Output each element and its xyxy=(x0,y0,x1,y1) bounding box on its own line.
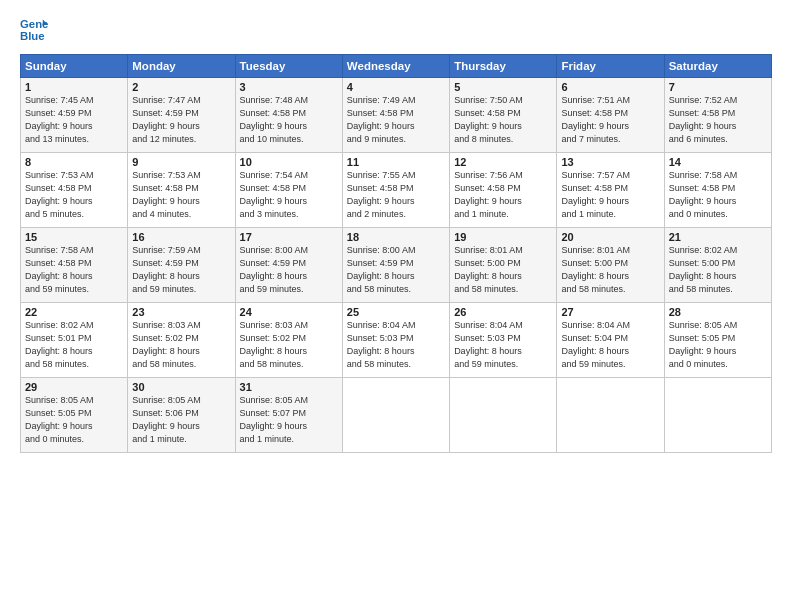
calendar-week-row: 8Sunrise: 7:53 AMSunset: 4:58 PMDaylight… xyxy=(21,153,772,228)
calendar-day-cell: 18Sunrise: 8:00 AMSunset: 4:59 PMDayligh… xyxy=(342,228,449,303)
day-info: Sunrise: 8:04 AMSunset: 5:03 PMDaylight:… xyxy=(347,319,445,371)
calendar-day-cell: 25Sunrise: 8:04 AMSunset: 5:03 PMDayligh… xyxy=(342,303,449,378)
header: General Blue xyxy=(20,16,772,44)
calendar-day-cell: 31Sunrise: 8:05 AMSunset: 5:07 PMDayligh… xyxy=(235,378,342,453)
calendar-day-cell: 20Sunrise: 8:01 AMSunset: 5:00 PMDayligh… xyxy=(557,228,664,303)
calendar-day-cell: 14Sunrise: 7:58 AMSunset: 4:58 PMDayligh… xyxy=(664,153,771,228)
day-info: Sunrise: 7:58 AMSunset: 4:58 PMDaylight:… xyxy=(25,244,123,296)
day-info: Sunrise: 8:02 AMSunset: 5:01 PMDaylight:… xyxy=(25,319,123,371)
calendar-day-cell: 8Sunrise: 7:53 AMSunset: 4:58 PMDaylight… xyxy=(21,153,128,228)
calendar-day-cell: 12Sunrise: 7:56 AMSunset: 4:58 PMDayligh… xyxy=(450,153,557,228)
logo: General Blue xyxy=(20,16,48,44)
day-number: 9 xyxy=(132,156,230,168)
day-number: 22 xyxy=(25,306,123,318)
day-number: 14 xyxy=(669,156,767,168)
day-number: 11 xyxy=(347,156,445,168)
day-number: 3 xyxy=(240,81,338,93)
day-info: Sunrise: 7:52 AMSunset: 4:58 PMDaylight:… xyxy=(669,94,767,146)
day-number: 2 xyxy=(132,81,230,93)
calendar-day-cell: 9Sunrise: 7:53 AMSunset: 4:58 PMDaylight… xyxy=(128,153,235,228)
day-info: Sunrise: 8:05 AMSunset: 5:05 PMDaylight:… xyxy=(669,319,767,371)
weekday-header: Thursday xyxy=(450,55,557,78)
calendar-day-cell: 21Sunrise: 8:02 AMSunset: 5:00 PMDayligh… xyxy=(664,228,771,303)
day-info: Sunrise: 8:05 AMSunset: 5:05 PMDaylight:… xyxy=(25,394,123,446)
day-number: 28 xyxy=(669,306,767,318)
logo-icon: General Blue xyxy=(20,16,48,44)
day-info: Sunrise: 7:45 AMSunset: 4:59 PMDaylight:… xyxy=(25,94,123,146)
day-info: Sunrise: 8:03 AMSunset: 5:02 PMDaylight:… xyxy=(240,319,338,371)
calendar-day-cell: 1Sunrise: 7:45 AMSunset: 4:59 PMDaylight… xyxy=(21,78,128,153)
day-info: Sunrise: 7:48 AMSunset: 4:58 PMDaylight:… xyxy=(240,94,338,146)
day-info: Sunrise: 7:59 AMSunset: 4:59 PMDaylight:… xyxy=(132,244,230,296)
day-number: 23 xyxy=(132,306,230,318)
day-info: Sunrise: 7:56 AMSunset: 4:58 PMDaylight:… xyxy=(454,169,552,221)
day-number: 29 xyxy=(25,381,123,393)
day-number: 12 xyxy=(454,156,552,168)
day-number: 17 xyxy=(240,231,338,243)
page: General Blue SundayMondayTuesdayWednesda… xyxy=(0,0,792,612)
day-number: 10 xyxy=(240,156,338,168)
day-info: Sunrise: 7:57 AMSunset: 4:58 PMDaylight:… xyxy=(561,169,659,221)
day-info: Sunrise: 8:04 AMSunset: 5:03 PMDaylight:… xyxy=(454,319,552,371)
weekday-header: Monday xyxy=(128,55,235,78)
day-number: 8 xyxy=(25,156,123,168)
day-number: 18 xyxy=(347,231,445,243)
day-number: 21 xyxy=(669,231,767,243)
weekday-header: Sunday xyxy=(21,55,128,78)
day-info: Sunrise: 7:47 AMSunset: 4:59 PMDaylight:… xyxy=(132,94,230,146)
day-info: Sunrise: 8:03 AMSunset: 5:02 PMDaylight:… xyxy=(132,319,230,371)
calendar-day-cell: 7Sunrise: 7:52 AMSunset: 4:58 PMDaylight… xyxy=(664,78,771,153)
day-number: 24 xyxy=(240,306,338,318)
calendar-day-cell: 24Sunrise: 8:03 AMSunset: 5:02 PMDayligh… xyxy=(235,303,342,378)
calendar-day-cell xyxy=(450,378,557,453)
day-info: Sunrise: 8:05 AMSunset: 5:07 PMDaylight:… xyxy=(240,394,338,446)
day-number: 30 xyxy=(132,381,230,393)
day-number: 7 xyxy=(669,81,767,93)
calendar-table: SundayMondayTuesdayWednesdayThursdayFrid… xyxy=(20,54,772,453)
day-info: Sunrise: 7:55 AMSunset: 4:58 PMDaylight:… xyxy=(347,169,445,221)
day-info: Sunrise: 7:54 AMSunset: 4:58 PMDaylight:… xyxy=(240,169,338,221)
day-number: 31 xyxy=(240,381,338,393)
day-number: 6 xyxy=(561,81,659,93)
day-info: Sunrise: 8:01 AMSunset: 5:00 PMDaylight:… xyxy=(454,244,552,296)
calendar-day-cell: 27Sunrise: 8:04 AMSunset: 5:04 PMDayligh… xyxy=(557,303,664,378)
weekday-header: Saturday xyxy=(664,55,771,78)
day-info: Sunrise: 7:53 AMSunset: 4:58 PMDaylight:… xyxy=(132,169,230,221)
day-info: Sunrise: 7:49 AMSunset: 4:58 PMDaylight:… xyxy=(347,94,445,146)
calendar-day-cell xyxy=(557,378,664,453)
day-number: 26 xyxy=(454,306,552,318)
day-number: 1 xyxy=(25,81,123,93)
calendar-day-cell: 4Sunrise: 7:49 AMSunset: 4:58 PMDaylight… xyxy=(342,78,449,153)
day-number: 4 xyxy=(347,81,445,93)
calendar-week-row: 22Sunrise: 8:02 AMSunset: 5:01 PMDayligh… xyxy=(21,303,772,378)
calendar-day-cell: 26Sunrise: 8:04 AMSunset: 5:03 PMDayligh… xyxy=(450,303,557,378)
day-number: 16 xyxy=(132,231,230,243)
day-number: 20 xyxy=(561,231,659,243)
day-number: 27 xyxy=(561,306,659,318)
day-info: Sunrise: 8:00 AMSunset: 4:59 PMDaylight:… xyxy=(347,244,445,296)
weekday-header: Friday xyxy=(557,55,664,78)
calendar-day-cell xyxy=(664,378,771,453)
day-number: 25 xyxy=(347,306,445,318)
calendar-day-cell: 19Sunrise: 8:01 AMSunset: 5:00 PMDayligh… xyxy=(450,228,557,303)
calendar-day-cell: 23Sunrise: 8:03 AMSunset: 5:02 PMDayligh… xyxy=(128,303,235,378)
day-number: 13 xyxy=(561,156,659,168)
day-info: Sunrise: 8:04 AMSunset: 5:04 PMDaylight:… xyxy=(561,319,659,371)
weekday-header: Wednesday xyxy=(342,55,449,78)
calendar-day-cell xyxy=(342,378,449,453)
calendar-day-cell: 11Sunrise: 7:55 AMSunset: 4:58 PMDayligh… xyxy=(342,153,449,228)
calendar-day-cell: 3Sunrise: 7:48 AMSunset: 4:58 PMDaylight… xyxy=(235,78,342,153)
day-info: Sunrise: 8:00 AMSunset: 4:59 PMDaylight:… xyxy=(240,244,338,296)
calendar-week-row: 15Sunrise: 7:58 AMSunset: 4:58 PMDayligh… xyxy=(21,228,772,303)
calendar-day-cell: 29Sunrise: 8:05 AMSunset: 5:05 PMDayligh… xyxy=(21,378,128,453)
calendar-week-row: 1Sunrise: 7:45 AMSunset: 4:59 PMDaylight… xyxy=(21,78,772,153)
calendar-day-cell: 2Sunrise: 7:47 AMSunset: 4:59 PMDaylight… xyxy=(128,78,235,153)
calendar-day-cell: 17Sunrise: 8:00 AMSunset: 4:59 PMDayligh… xyxy=(235,228,342,303)
day-info: Sunrise: 7:51 AMSunset: 4:58 PMDaylight:… xyxy=(561,94,659,146)
svg-text:Blue: Blue xyxy=(20,30,45,42)
day-info: Sunrise: 8:05 AMSunset: 5:06 PMDaylight:… xyxy=(132,394,230,446)
calendar-day-cell: 6Sunrise: 7:51 AMSunset: 4:58 PMDaylight… xyxy=(557,78,664,153)
calendar-week-row: 29Sunrise: 8:05 AMSunset: 5:05 PMDayligh… xyxy=(21,378,772,453)
calendar-day-cell: 5Sunrise: 7:50 AMSunset: 4:58 PMDaylight… xyxy=(450,78,557,153)
calendar-day-cell: 13Sunrise: 7:57 AMSunset: 4:58 PMDayligh… xyxy=(557,153,664,228)
